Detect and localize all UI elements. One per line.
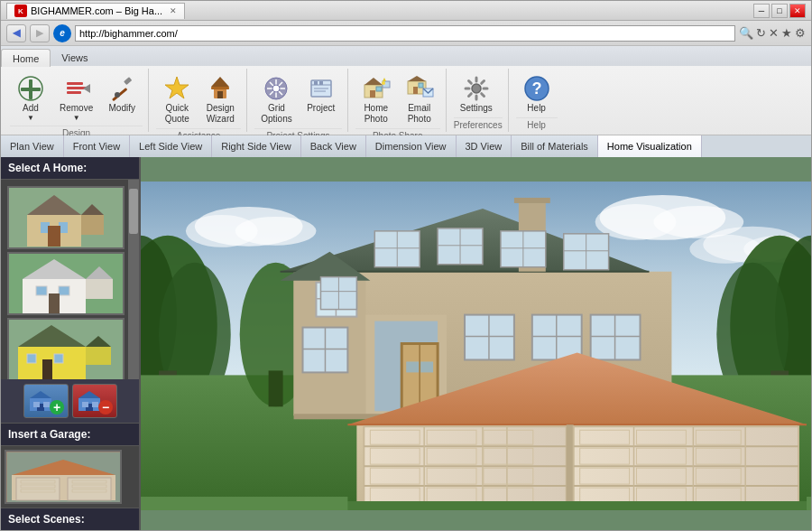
modify-button[interactable]: Modify <box>101 70 143 117</box>
svg-rect-77 <box>33 402 40 407</box>
back-button[interactable]: ◀ <box>6 24 26 42</box>
svg-marker-75 <box>30 391 51 398</box>
remove-home-button[interactable]: − <box>72 384 117 418</box>
tab-left-side-view[interactable]: Left Side View <box>130 135 212 157</box>
scrollbar-thumb[interactable] <box>129 189 138 234</box>
refresh-icon[interactable]: ↻ <box>756 26 766 40</box>
help-button[interactable]: ? Help <box>516 70 558 117</box>
design-buttons: Add ▼ Remove ▼ <box>10 69 143 126</box>
sidebar: Select A Home: <box>1 157 141 530</box>
title-bar-left: K BIGHAMMER.com – Big Ha... ✕ <box>6 3 185 19</box>
help-label: Help <box>527 103 546 114</box>
svg-rect-24 <box>319 81 323 85</box>
settings-button[interactable]: Settings <box>454 70 499 117</box>
svg-point-102 <box>235 217 317 246</box>
email-photo-button[interactable]: EmailPhoto <box>399 70 440 128</box>
garage-thumbnail-1[interactable] <box>5 450 122 504</box>
browser-window: K BIGHAMMER.com – Big Ha... ✕ ─ □ ✕ ◀ ▶ … <box>0 0 812 531</box>
add-home-button[interactable]: + <box>23 384 69 418</box>
help-icon: ? <box>522 74 551 103</box>
maximize-button[interactable]: □ <box>771 4 788 18</box>
tab-home-visualization[interactable]: Home Visualization <box>598 135 702 157</box>
remove-label: Remove <box>60 103 93 114</box>
preferences-buttons: Settings <box>454 69 503 117</box>
svg-text:?: ? <box>531 79 541 98</box>
svg-rect-55 <box>48 226 60 247</box>
add-button[interactable]: Add ▼ <box>10 70 51 126</box>
home-photo-icon <box>362 74 391 103</box>
tools-icon[interactable]: ⚙ <box>795 26 806 40</box>
home-thumbnail-1[interactable] <box>7 186 125 249</box>
svg-rect-29 <box>370 90 375 98</box>
svg-rect-62 <box>59 286 69 295</box>
tab-close[interactable]: ✕ <box>170 6 177 15</box>
ribbon-tab-home[interactable]: Home <box>1 49 51 67</box>
quick-quote-button[interactable]: QuickQuote <box>156 70 198 128</box>
visualization-area <box>141 157 811 530</box>
svg-marker-33 <box>383 78 386 81</box>
title-bar: K BIGHAMMER.com – Big Ha... ✕ ─ □ ✕ <box>1 1 811 21</box>
grid-options-label: GridOptions <box>261 103 291 125</box>
svg-rect-78 <box>43 402 50 407</box>
svg-marker-82 <box>78 391 100 398</box>
svg-marker-10 <box>165 77 189 98</box>
ribbon-group-help: ? Help Help <box>511 69 563 132</box>
ribbon-group-assistance: QuickQuote DesignWizard <box>151 69 247 132</box>
design-wizard-button[interactable]: DesignWizard <box>199 70 241 128</box>
home-list[interactable] <box>1 180 139 379</box>
svg-rect-154 <box>406 361 419 372</box>
ribbon-tab-views[interactable]: Views <box>51 49 98 66</box>
home-thumbnail-3[interactable] <box>7 318 125 379</box>
scene-svg <box>141 157 811 530</box>
browser-tab[interactable]: K BIGHAMMER.com – Big Ha... ✕ <box>6 3 185 19</box>
address-input[interactable] <box>75 25 735 42</box>
help-group-label: Help <box>516 117 558 132</box>
tab-dimension-view[interactable]: Dimension View <box>366 135 457 157</box>
browser-tab-title: BIGHAMMER.com – Big Ha... <box>31 5 162 16</box>
svg-rect-3 <box>67 82 83 85</box>
svg-rect-5 <box>67 91 81 94</box>
svg-rect-30 <box>376 87 382 91</box>
modify-icon <box>107 74 136 103</box>
svg-rect-91 <box>16 478 60 500</box>
svg-rect-8 <box>124 77 132 85</box>
photo-buttons: HomePhoto <box>355 69 440 128</box>
tab-plan-view[interactable]: Plan View <box>1 135 64 157</box>
svg-rect-12 <box>211 87 229 89</box>
add-icon <box>16 74 45 103</box>
ribbon-group-design: Add ▼ Remove ▼ <box>5 69 149 132</box>
help-buttons: ? Help <box>516 69 558 117</box>
close-button[interactable]: ✕ <box>789 4 806 18</box>
email-photo-icon <box>405 74 434 103</box>
tab-front-view[interactable]: Front View <box>64 135 130 157</box>
svg-rect-36 <box>413 87 418 94</box>
tab-3d-view[interactable]: 3D View <box>457 135 512 157</box>
ribbon-group-project: GridOptions <box>249 69 347 132</box>
home-photo-label: HomePhoto <box>364 103 388 125</box>
tab-back-view[interactable]: Back View <box>301 135 366 157</box>
home-thumbnail-2[interactable] <box>7 252 125 315</box>
svg-rect-72 <box>86 347 111 365</box>
ribbon: Home Views Add ▼ <box>1 46 811 135</box>
ie-logo: e <box>53 24 71 42</box>
browser-tab-icon: K <box>14 5 27 17</box>
tab-right-side-view[interactable]: Right Side View <box>212 135 300 157</box>
project-buttons: GridOptions <box>254 69 341 128</box>
remove-button[interactable]: Remove ▼ <box>53 70 99 126</box>
home-photo-button[interactable]: HomePhoto <box>355 70 397 128</box>
search-icon[interactable]: 🔍 <box>739 26 753 40</box>
minimize-button[interactable]: ─ <box>753 4 770 18</box>
ribbon-content: Add ▼ Remove ▼ <box>1 66 811 135</box>
preferences-group-label: Preferences <box>454 117 503 132</box>
scrollbar-track[interactable] <box>128 180 139 379</box>
grid-options-button[interactable]: GridOptions <box>254 70 298 128</box>
project-settings-button[interactable]: Project <box>300 70 342 117</box>
svg-rect-155 <box>420 361 433 372</box>
tab-bill-of-materials[interactable]: Bill of Materials <box>512 135 598 157</box>
svg-rect-84 <box>82 402 88 407</box>
stop-icon[interactable]: ✕ <box>769 26 779 40</box>
forward-button[interactable]: ▶ <box>30 24 50 42</box>
favorites-icon[interactable]: ★ <box>781 26 792 40</box>
settings-label: Settings <box>460 103 493 114</box>
svg-marker-13 <box>211 77 229 87</box>
